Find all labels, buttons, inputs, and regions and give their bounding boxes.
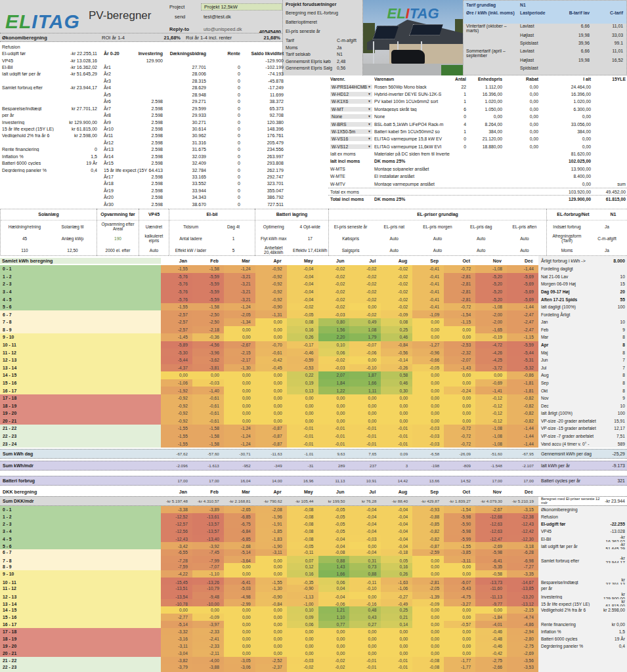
roi-investering[interactable]: 2.598 xyxy=(131,202,163,207)
heat-cell[interactable]: 0,14 xyxy=(381,621,412,628)
heat-cell[interactable]: -1,24 xyxy=(224,432,255,440)
roi-saldo[interactable]: -102.199 xyxy=(240,65,284,70)
heat-cell[interactable]: -0,09 xyxy=(192,614,224,621)
panel-cell[interactable]: 5 xyxy=(212,248,255,253)
heat-cell[interactable]: -5,76 xyxy=(161,288,192,296)
heat-cell[interactable]: -2,15 xyxy=(507,606,538,614)
product-sku-cell[interactable]: W-VS12▼ xyxy=(330,144,372,149)
product-sku-dropdown[interactable]: W-K1X6▼ xyxy=(328,99,374,104)
heat-cell[interactable]: 0,00 xyxy=(349,635,381,642)
heat-cell[interactable]: -0,04 xyxy=(349,528,381,535)
heat-cell[interactable]: 0,00 xyxy=(255,570,287,578)
heat-cell[interactable]: -0,26 xyxy=(381,364,412,372)
panel-cell[interactable]: 17 xyxy=(292,236,329,241)
heat-cell[interactable]: -12,42 xyxy=(507,528,538,535)
roi-daekningsbidrag[interactable]: 29.599 xyxy=(163,106,206,111)
heat-cell[interactable]: -0,48 xyxy=(475,635,507,642)
heat-cell[interactable]: -3,21 xyxy=(224,273,255,281)
heat-cell[interactable]: -0,02 xyxy=(349,288,381,296)
assumption-value[interactable]: Ja xyxy=(337,45,341,52)
heat-cell[interactable]: 0,00 xyxy=(255,402,287,410)
heat-cell[interactable]: -3,62 xyxy=(192,356,224,364)
heat-cell[interactable]: -0,01 xyxy=(349,657,381,664)
heat-cell[interactable]: 0,00 xyxy=(412,417,444,425)
heat-cell[interactable]: -0,04 xyxy=(287,295,318,303)
roi-daekningsbidrag[interactable]: 38.670 xyxy=(163,202,206,207)
heat-cell[interactable]: -0,61 xyxy=(192,394,224,402)
heat-cell[interactable]: -0,41 xyxy=(412,265,444,273)
sum-kwh-dag-row-cell[interactable]: -1,01 xyxy=(287,450,318,458)
heat-cell[interactable]: 0,00 xyxy=(255,326,287,334)
sum-kwh-mdr-row-cell[interactable]: -349 xyxy=(255,461,287,470)
panel-cell[interactable]: Uændret xyxy=(139,224,169,229)
heat-cell[interactable]: -0,72 xyxy=(444,432,475,440)
heat-cell[interactable]: -0,82 xyxy=(507,410,538,417)
batteri-forbrug-row-cell[interactable]: 17,00 xyxy=(475,476,507,485)
heat-cell[interactable]: -5,20 xyxy=(475,280,507,288)
heat-cell[interactable]: -3,15 xyxy=(507,506,538,513)
heat-cell[interactable]: -5,20 xyxy=(475,273,507,281)
heat-cell[interactable]: -3,53 xyxy=(507,664,538,671)
heat-cell[interactable]: -0,92 xyxy=(255,265,287,273)
product-sku-dropdown[interactable]: None▼ xyxy=(328,114,374,119)
heat-cell[interactable]: 0,00 xyxy=(161,371,192,379)
heat-cell[interactable]: -0,70 xyxy=(255,341,287,349)
heat-cell[interactable]: -2,47 xyxy=(507,318,538,326)
heat-cell[interactable]: -2,81 xyxy=(444,273,475,281)
heat-cell[interactable]: 0,00 xyxy=(287,394,318,402)
heat-cell[interactable]: 0,43 xyxy=(349,614,381,621)
heat-cell[interactable]: -2,47 xyxy=(507,310,538,318)
heat-cell[interactable]: 0,25 xyxy=(381,606,412,614)
sum-kwh-dag-row-cell[interactable]: -11,63 xyxy=(255,450,287,458)
heat-cell[interactable]: 0,00 xyxy=(318,410,350,417)
heat-cell[interactable]: 0,00 xyxy=(444,379,475,387)
heat-cell[interactable]: 0,08 xyxy=(287,318,318,326)
heat-cell[interactable]: 0,08 xyxy=(381,318,412,326)
panel-cell[interactable]: Auto xyxy=(503,248,546,253)
heat-cell[interactable]: -0,36 xyxy=(192,333,224,341)
sum-dkk-mdr-row-cell[interactable]: -kr 105,44 xyxy=(287,497,318,505)
product-sku-dropdown[interactable]: W-HD12▼ xyxy=(328,92,374,96)
heat-cell[interactable]: -1,24 xyxy=(224,425,255,432)
heat-cell[interactable]: -3,72 xyxy=(475,364,507,372)
heat-cell[interactable]: -0,04 xyxy=(381,520,412,528)
heat-cell[interactable]: -0,01 xyxy=(287,432,318,440)
panel-cell[interactable]: C-m-afgift xyxy=(587,236,627,241)
roi-saldo[interactable]: 38.372 xyxy=(240,99,284,104)
heat-cell[interactable]: -2,07 xyxy=(444,356,475,364)
heat-cell[interactable]: 0,00 xyxy=(255,650,287,657)
heat-cell[interactable]: -1,27 xyxy=(412,341,444,349)
heat-cell[interactable]: -0,46 xyxy=(287,348,318,356)
heat-cell[interactable]: -1,08 xyxy=(475,425,507,432)
heat-cell[interactable]: 0,06 xyxy=(287,621,318,628)
heat-cell[interactable]: -2,80 xyxy=(507,635,538,642)
roi-saldo[interactable]: 386.792 xyxy=(240,195,284,200)
heat-cell[interactable]: 0,00 xyxy=(192,606,224,614)
roi-investering[interactable]: 2.598 xyxy=(131,154,163,159)
heat-cell[interactable]: 0,00 xyxy=(381,642,412,650)
heat-cell[interactable]: -0,05 xyxy=(287,310,318,318)
heat-cell[interactable]: 0,00 xyxy=(412,570,444,578)
heat-cell[interactable]: -0,02 xyxy=(287,664,318,671)
heat-cell[interactable]: 0,00 xyxy=(224,371,255,379)
heat-cell[interactable]: -0,08 xyxy=(287,520,318,528)
heat-cell[interactable]: -1,55 xyxy=(161,425,192,432)
heat-cell[interactable]: -5,35 xyxy=(475,563,507,570)
roi-rente[interactable]: 0 xyxy=(206,202,240,207)
heat-cell[interactable]: -13,61 xyxy=(192,513,224,520)
heat-cell[interactable]: -0,01 xyxy=(381,657,412,664)
panel-cell[interactable]: Opvarmning efter Areal xyxy=(97,222,139,231)
roi-saldo[interactable]: -129.900 xyxy=(240,58,284,63)
roi-daekningsbidrag[interactable]: 28.006 xyxy=(163,72,206,76)
heat-cell[interactable]: 0,00 xyxy=(224,628,255,635)
heat-cell[interactable]: -3,81 xyxy=(192,364,224,372)
panel-cell[interactable]: kalkuleret elpris xyxy=(139,234,169,243)
econ-value[interactable]: -kr 23.944,17 xyxy=(60,85,97,90)
batteri-forbrug-row-cell[interactable]: 16,04 xyxy=(224,476,255,485)
heat-cell[interactable]: 0,26 xyxy=(381,570,412,578)
heat-cell[interactable]: -0,69 xyxy=(475,379,507,387)
heat-cell[interactable]: -0,08 xyxy=(287,506,318,513)
roi-daekningsbidrag[interactable]: 32.409 xyxy=(163,161,206,165)
sum-kwh-dag-row-cell[interactable]: -51,60 xyxy=(475,450,507,458)
heat-cell[interactable]: -0,42 xyxy=(475,650,507,657)
